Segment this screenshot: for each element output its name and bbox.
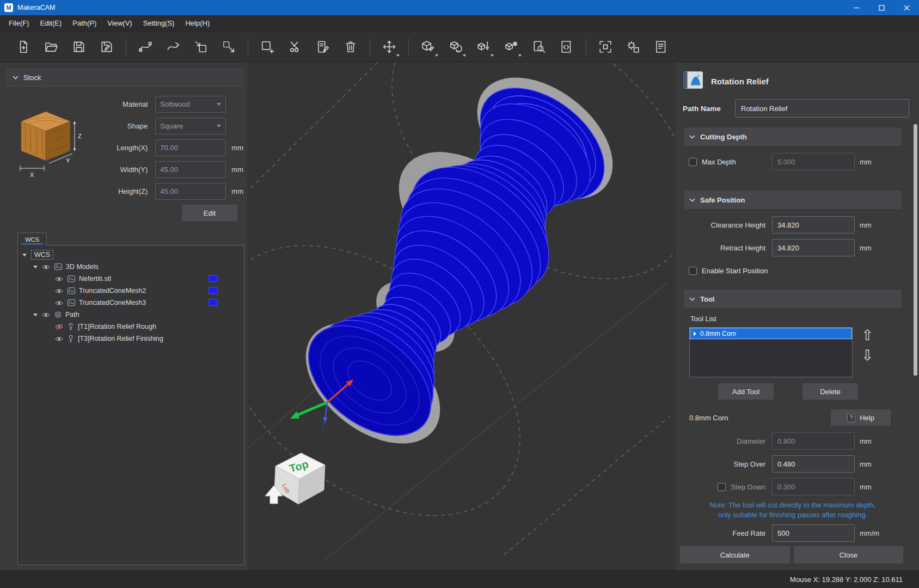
tool-note: Note: The tool will cut directly to the …: [683, 500, 903, 519]
tool-list[interactable]: 0.8mm Corn: [689, 327, 853, 377]
parameters-scroll-area[interactable]: Cutting Depth Max Depth mm Safe Position: [679, 124, 908, 543]
3d-viewport[interactable]: Top Left: [248, 62, 675, 571]
eye-icon[interactable]: [55, 276, 63, 282]
menu-edit[interactable]: Edit(E): [35, 15, 68, 31]
tree-collapse-icon[interactable]: [22, 254, 27, 256]
length-label: Length(X): [88, 144, 148, 152]
move-tool-up-button[interactable]: ⇧: [861, 328, 874, 343]
enable-start-position-checkbox[interactable]: [689, 267, 697, 275]
save-button[interactable]: [69, 36, 89, 58]
spline-export-button[interactable]: [163, 36, 183, 58]
model-color-chip[interactable]: [209, 299, 218, 306]
tab-wcs[interactable]: WCS: [17, 232, 47, 246]
diameter-input[interactable]: [772, 432, 855, 450]
material-select[interactable]: Softwood: [155, 96, 226, 113]
move-tool-down-button[interactable]: ⇩: [861, 348, 874, 363]
delete-button[interactable]: [340, 36, 361, 58]
transform-move-button[interactable]: [379, 36, 400, 58]
relief-rotate-button[interactable]: [445, 36, 466, 58]
step-down-input[interactable]: [772, 478, 855, 495]
max-depth-checkbox[interactable]: [689, 158, 697, 166]
cut-button[interactable]: [285, 36, 305, 58]
length-input[interactable]: 70.00: [155, 139, 226, 156]
cutting-depth-section-header[interactable]: Cutting Depth: [684, 127, 902, 146]
fit-view-button[interactable]: [595, 36, 616, 58]
menu-setting[interactable]: Setting(S): [138, 15, 180, 31]
max-depth-input[interactable]: [772, 153, 855, 170]
menu-help[interactable]: Help(H): [180, 15, 215, 31]
eye-icon[interactable]: [55, 300, 63, 306]
chevron-down-icon: [13, 76, 19, 79]
delete-tool-button[interactable]: Delete: [802, 383, 859, 400]
retract-height-input[interactable]: [772, 239, 855, 256]
tool-list-item-selected[interactable]: 0.8mm Corn: [690, 328, 852, 339]
mesh-export-button[interactable]: [218, 36, 239, 58]
width-input[interactable]: 45.00: [155, 161, 226, 178]
save-as-icon: [100, 40, 114, 54]
tree-collapse-icon[interactable]: [33, 266, 38, 268]
open-file-button[interactable]: [41, 36, 62, 58]
add-frame-icon: [260, 40, 274, 54]
eye-icon[interactable]: [42, 264, 50, 270]
calculate-button[interactable]: Calculate: [679, 546, 791, 564]
tree-item-model[interactable]: Nefertiti.stl: [18, 273, 244, 285]
menu-view[interactable]: View(V): [102, 15, 137, 31]
save-as-button[interactable]: [96, 36, 117, 58]
tree-item-model[interactable]: TruncatedConeMesh2: [18, 285, 244, 297]
simulation-button[interactable]: [623, 36, 644, 58]
spline-import-button[interactable]: [135, 36, 156, 58]
trash-icon: [344, 40, 358, 54]
svg-text:Z: Z: [78, 133, 82, 139]
menu-file[interactable]: File(F): [3, 15, 35, 31]
eye-icon[interactable]: [55, 336, 63, 342]
preview-search-button[interactable]: [529, 36, 549, 58]
stock-section-header[interactable]: Stock: [7, 69, 242, 87]
add-tool-button[interactable]: Add Tool: [718, 383, 774, 400]
tree-item-operation[interactable]: [T3]Rotation Relief Finishing: [18, 333, 244, 345]
tree-item-3d-models[interactable]: 3D Models: [18, 261, 244, 273]
model-color-chip[interactable]: [209, 287, 218, 294]
relief-edit-button[interactable]: [418, 36, 438, 58]
report-icon: [654, 40, 668, 54]
relief-tools-icon: [504, 40, 518, 54]
eye-icon[interactable]: [42, 312, 50, 318]
tree-collapse-icon[interactable]: [33, 314, 38, 316]
mesh-import-button[interactable]: [191, 36, 211, 58]
stock-section-title: Stock: [23, 74, 41, 82]
edit-stock-button[interactable]: Edit: [181, 204, 238, 222]
help-button[interactable]: ? Help: [830, 409, 891, 426]
scene-tree: WCS 3D Models Nefertiti.stl: [17, 245, 244, 565]
panel-scrollbar-thumb[interactable]: [914, 124, 917, 376]
shape-select[interactable]: Square: [155, 118, 226, 134]
clearance-height-input[interactable]: [772, 216, 855, 234]
safe-position-section-header[interactable]: Safe Position: [684, 191, 902, 209]
tree-item-operation[interactable]: [T1]Rotation Relief Rough: [18, 321, 244, 333]
close-button[interactable]: [894, 0, 919, 15]
new-file-button[interactable]: [13, 36, 34, 58]
add-frame-button[interactable]: [257, 36, 278, 58]
titlebar[interactable]: M MakeraCAM: [0, 0, 919, 15]
edit-note-button[interactable]: [313, 36, 333, 58]
gcode-view-button[interactable]: [556, 36, 577, 58]
maximize-button[interactable]: [869, 0, 894, 15]
tree-item-wcs-root[interactable]: WCS: [18, 249, 244, 261]
menu-path[interactable]: Path(P): [67, 15, 102, 31]
step-down-checkbox[interactable]: [718, 483, 726, 491]
view-cube[interactable]: Top Left: [274, 453, 325, 504]
tree-item-model[interactable]: TruncatedConeMesh3: [18, 297, 244, 309]
eye-hidden-icon[interactable]: [55, 323, 63, 330]
close-panel-button[interactable]: Close: [793, 546, 904, 564]
model-color-chip[interactable]: [209, 275, 218, 282]
minimize-button[interactable]: [844, 0, 869, 15]
relief-tools-button[interactable]: [501, 36, 522, 58]
expand-arrow-icon[interactable]: [694, 332, 696, 336]
step-over-input[interactable]: [772, 455, 855, 473]
relief-probe-button[interactable]: [473, 36, 494, 58]
eye-icon[interactable]: [55, 288, 63, 294]
tool-section-header[interactable]: Tool: [684, 290, 902, 308]
path-name-input[interactable]: [735, 99, 909, 118]
feed-rate-input[interactable]: [772, 524, 855, 542]
report-button[interactable]: [651, 36, 671, 58]
tree-item-path-group[interactable]: Path: [18, 309, 244, 321]
height-input[interactable]: 45.00: [155, 183, 226, 200]
